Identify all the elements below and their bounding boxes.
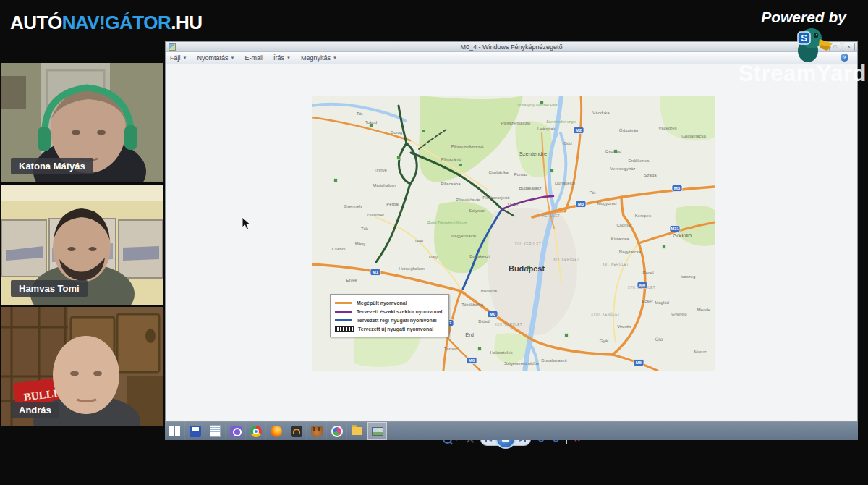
logo-navigator: NAV!GÁTOR: [62, 12, 171, 33]
town-label-large: Gödöllő: [673, 232, 692, 239]
town-label: Dunakeszi: [555, 181, 575, 185]
town-label: Máriahalom: [373, 183, 395, 187]
town-label: Üröm: [508, 203, 519, 207]
town-label: Galgamácsa: [681, 134, 706, 138]
motorway-shield-label: M0: [490, 312, 496, 316]
menu-item-megnyits[interactable]: Megnyitás▼: [301, 54, 337, 62]
participant-video-2: Hamvas Tomi: [1, 185, 163, 305]
budapest-label: Budapest: [509, 264, 545, 273]
legend-row: Tervezett északi szektor nyomvonal: [335, 307, 443, 316]
town-label: Csobánka: [488, 170, 509, 174]
firefox-icon[interactable]: [266, 422, 286, 440]
town-label: Tokod: [365, 120, 377, 125]
district-label: IV. KERÜLET: [537, 214, 561, 218]
participant-name-badge: András: [11, 402, 59, 418]
town-label: Tát: [357, 111, 363, 116]
town-label: Tök: [361, 227, 369, 231]
map-image: M1M0M0M7M5M3M3M31M2M6TátTokodDorogPiliss…: [312, 96, 715, 371]
menu-item-nyomtats[interactable]: Nyomtatás▼: [197, 54, 234, 62]
park-label: Duna-Ipoly Nemzeti Park: [517, 103, 558, 107]
stats-app-icon[interactable]: [327, 422, 347, 440]
town-label: Mány: [355, 242, 366, 246]
town-label: Perbál: [386, 202, 399, 206]
window-titlebar[interactable]: M0_4 - Windows Fényképnézegető –□×: [166, 42, 857, 52]
town-label: Diósd: [478, 319, 489, 324]
route-marker: [459, 164, 463, 167]
route-marker: [565, 334, 569, 337]
town-label: Etyek: [346, 278, 357, 282]
legend-row: Tervezett új nyugati nyomvonal: [335, 324, 443, 333]
motorway-shield-label: M3: [578, 202, 584, 206]
participant-video-1: Katona Mátyás: [1, 63, 163, 182]
participant-name-badge: Hamvas Tomi: [11, 280, 88, 297]
menu-item-fjl[interactable]: Fájl▼: [170, 54, 187, 62]
town-label: Tárnok: [444, 347, 459, 351]
file-explorer-icon[interactable]: [347, 422, 367, 440]
total-commander-icon[interactable]: [185, 422, 205, 440]
thunderbird-icon[interactable]: [307, 422, 327, 440]
town-label: Herceghalom: [399, 266, 425, 271]
town-label: Pilisborosjenő: [482, 195, 510, 200]
town-label: Gyermely: [344, 204, 362, 208]
legend-label: Megépült nyomvonal: [357, 300, 407, 305]
menu-item-rs[interactable]: Írás▼: [273, 54, 291, 62]
town-label: Nagytarcsa: [619, 250, 642, 254]
town-label: Dorog: [391, 130, 402, 135]
notepad-icon[interactable]: [205, 422, 226, 440]
window-title: M0_4 - Windows Fényképnézegető: [166, 43, 857, 51]
photo-viewer-icon[interactable]: [367, 422, 387, 440]
windows-taskbar: [165, 422, 858, 440]
viber-icon[interactable]: [226, 422, 246, 440]
town-label: Pilisszántó: [441, 157, 462, 161]
town-label: Mende: [697, 308, 711, 312]
town-label: Őrbottyán: [619, 128, 638, 132]
town-label: Kistarcsa: [611, 237, 629, 241]
motorway-shield-label: M6: [469, 358, 475, 363]
start-button[interactable]: [165, 422, 185, 440]
town-label: Törökbálint: [461, 303, 483, 307]
town-label: Csömör: [616, 223, 631, 227]
town-label: Pécel: [642, 271, 653, 275]
menu-item-email[interactable]: E-mail: [244, 54, 263, 62]
town-label: Kerepes: [635, 214, 651, 218]
town-label: Halásztelek: [490, 350, 513, 355]
town-label: Piliscsaba: [441, 182, 461, 186]
svg-text:S: S: [801, 33, 807, 43]
town-label: Szada: [644, 173, 657, 177]
district-label: XIV. KERÜLET: [553, 257, 579, 261]
viewer-content: M1M0M0M7M5M3M3M31M2M6TátTokodDorogPiliss…: [166, 64, 857, 421]
town-label: Pilisszentkereszt: [451, 144, 484, 148]
town-label: Páty: [429, 255, 438, 259]
logo-hu: .HU: [171, 12, 202, 33]
close-button[interactable]: ×: [843, 43, 855, 51]
town-label: Ecser: [642, 299, 652, 303]
legend-row: Tervezett régi nyugati nyomvonal: [335, 316, 443, 324]
audio-player-icon[interactable]: [286, 422, 307, 440]
town-label: Erdőkertes: [628, 159, 649, 163]
town-label: Pomáz: [514, 172, 528, 177]
town-label: Gyál: [600, 339, 608, 343]
park-label: Budai Tájvédelmi Körzet: [427, 220, 467, 224]
town-label-large: Érd: [465, 332, 474, 338]
town-label: Szigetszentmiklós: [504, 361, 539, 366]
town-label: Nagykovácsi: [451, 234, 476, 238]
district-label: XVI. KERÜLET: [603, 262, 629, 266]
chevron-down-icon: ▼: [333, 56, 337, 60]
town-label: Mogyoród: [597, 201, 617, 206]
town-label: Pilisvörösvár: [456, 198, 480, 202]
town-label: Tinnye: [374, 168, 387, 172]
legend-row: Megépült nyomvonal: [335, 298, 443, 307]
town-label: Budakeszi: [469, 254, 490, 258]
legend-swatch: [335, 319, 352, 321]
route-marker: [334, 179, 338, 182]
chrome-icon[interactable]: [246, 422, 266, 440]
town-label: Budaörs: [481, 289, 497, 293]
town-label: Csabdi: [332, 247, 346, 251]
legend-label: Tervezett új nyugati nyomvonal: [358, 326, 433, 332]
town-label: Dunaharaszti: [541, 358, 566, 363]
legend-label: Tervezett régi nyugati nyomvonal: [357, 318, 437, 323]
mouse-cursor: [242, 216, 251, 233]
route-marker: [663, 245, 666, 249]
chevron-down-icon: ▼: [230, 56, 234, 60]
town-label: Maglód: [655, 300, 669, 305]
